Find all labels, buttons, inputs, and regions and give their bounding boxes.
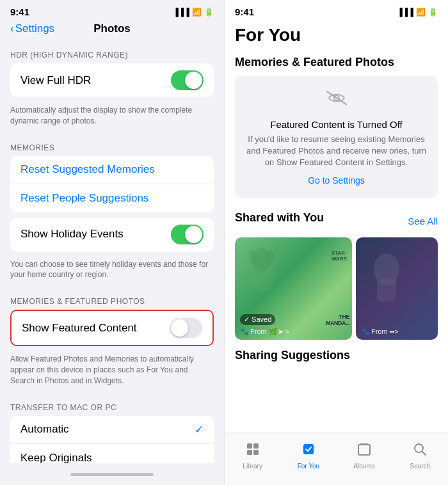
- battery-icon: 🔋: [204, 8, 214, 17]
- featured-off-title: Featured Content is Turned Off: [245, 119, 428, 130]
- featured-off-desc: If you'd like to resume seeing existing …: [245, 134, 428, 169]
- keep-originals-label: Keep Originals: [20, 452, 92, 463]
- page-title: Photos: [93, 22, 131, 35]
- reset-people-row[interactable]: Reset People Suggestions: [10, 184, 214, 212]
- left-status-bar: 9:41 ▐▐▐ 📶 🔋: [0, 0, 224, 20]
- tab-bar: Library For You Albums: [225, 433, 448, 485]
- hdr-group: View Full HDR: [10, 63, 214, 97]
- photo-thumb-dark[interactable]: 🐾 From ••>: [356, 237, 438, 340]
- right-main-content: For You Memories & Featured Photos Featu…: [225, 20, 448, 433]
- photo-thumb-green[interactable]: STARWARS THEMANDA... ✓ Saved 🐾 From 🌿➤ >: [235, 237, 352, 340]
- show-holiday-label: Show Holiday Events: [20, 228, 124, 241]
- albums-label: Albums: [353, 463, 374, 470]
- chevron-left-icon: ‹: [10, 22, 14, 35]
- svg-rect-7: [247, 443, 252, 449]
- photo-label-1: 🐾 From 🌿➤ >: [240, 328, 347, 336]
- memories-group: Reset Suggested Memories Reset People Su…: [10, 156, 214, 212]
- library-icon: [245, 441, 260, 461]
- svg-rect-9: [247, 450, 252, 455]
- automatic-row[interactable]: Automatic ✓: [10, 416, 214, 444]
- show-featured-label: Show Featured Content: [22, 322, 137, 335]
- location-icon: 🐾: [240, 328, 249, 336]
- left-panel: 9:41 ▐▐▐ 📶 🔋 ‹ Settings Photos HDR (HIGH…: [0, 0, 224, 485]
- go-to-settings-link[interactable]: Go to Settings: [245, 175, 428, 186]
- settings-content: HDR (HIGH DYNAMIC RANGE) View Full HDR A…: [0, 40, 224, 463]
- right-battery-icon: 🔋: [428, 8, 438, 17]
- svg-line-15: [422, 451, 426, 455]
- show-holiday-row[interactable]: Show Holiday Events: [10, 218, 214, 251]
- reset-people-label: Reset People Suggestions: [20, 192, 148, 205]
- view-full-hdr-label: View Full HDR: [20, 74, 91, 87]
- eye-slash-icon: [245, 88, 428, 113]
- shared-header: Shared with You See All: [235, 211, 438, 231]
- star-wars-text: STARWARS: [332, 250, 347, 262]
- svg-rect-8: [253, 443, 259, 449]
- hdr-description: Automatically adjust the display to show…: [0, 102, 224, 133]
- see-all-button[interactable]: See All: [408, 216, 438, 227]
- right-status-icons: ▐▐▐ 📶 🔋: [397, 8, 438, 17]
- back-button[interactable]: ‹ Settings: [10, 22, 54, 35]
- search-label: Search: [410, 463, 431, 470]
- right-wifi-icon: 📶: [416, 8, 426, 17]
- tab-library[interactable]: Library: [225, 433, 280, 472]
- featured-off-card: Featured Content is Turned Off If you'd …: [235, 76, 438, 198]
- albums-icon: [356, 441, 372, 461]
- photo-overlay: ✓ Saved 🐾 From 🌿➤ >: [240, 313, 347, 336]
- wifi-icon: 📶: [192, 8, 202, 17]
- tab-albums[interactable]: Albums: [337, 433, 392, 472]
- for-you-icon: [301, 441, 316, 461]
- right-status-bar: 9:41 ▐▐▐ 📶 🔋: [225, 0, 448, 20]
- transfer-group: Automatic ✓ Keep Originals: [10, 416, 214, 463]
- keep-originals-row[interactable]: Keep Originals: [10, 444, 214, 463]
- photos-row: STARWARS THEMANDA... ✓ Saved 🐾 From 🌿➤ >: [235, 237, 438, 340]
- svg-rect-6: [377, 279, 396, 301]
- show-holiday-toggle[interactable]: [171, 225, 204, 244]
- transfer-section-header: TRANSFER TO MAC OR PC: [0, 393, 224, 416]
- home-bar: [70, 473, 154, 476]
- left-time: 9:41: [10, 6, 29, 17]
- hdr-section-header: HDR (HIGH DYNAMIC RANGE): [0, 40, 224, 63]
- view-full-hdr-row[interactable]: View Full HDR: [10, 63, 214, 97]
- svg-rect-13: [360, 443, 368, 445]
- left-home-indicator: [0, 463, 224, 485]
- holiday-description: You can choose to see timely holiday eve…: [0, 257, 224, 287]
- shared-title: Shared with You: [235, 211, 324, 225]
- photo-label-2: 🐾 From ••>: [361, 328, 433, 336]
- memories-section-header: MEMORIES: [0, 133, 224, 156]
- sharing-suggestions-title: Sharing Suggestions: [235, 346, 438, 365]
- for-you-title: For You: [235, 25, 438, 45]
- show-featured-toggle[interactable]: [170, 318, 202, 338]
- tab-for-you[interactable]: For You: [280, 433, 336, 472]
- memories-featured-title: Memories & Featured Photos: [235, 56, 438, 69]
- photo-overlay-2: 🐾 From ••>: [361, 325, 433, 336]
- svg-rect-12: [358, 445, 370, 455]
- automatic-checkmark: ✓: [195, 423, 204, 436]
- search-icon: [412, 441, 428, 461]
- library-label: Library: [243, 463, 262, 470]
- photo-from-icon: 🐾: [361, 328, 370, 336]
- right-signal-icon: ▐▐▐: [397, 8, 413, 17]
- featured-description: Allow Featured Photos and Memories to au…: [0, 351, 224, 392]
- signal-icon: ▐▐▐: [173, 8, 189, 17]
- reset-suggested-row[interactable]: Reset Suggested Memories: [10, 156, 214, 184]
- svg-rect-11: [303, 444, 314, 454]
- back-label: Settings: [15, 22, 54, 35]
- nav-bar: ‹ Settings Photos: [0, 20, 224, 40]
- view-full-hdr-toggle[interactable]: [171, 70, 204, 90]
- featured-section-header: MEMORIES & FEATURED PHOTOS: [0, 287, 224, 310]
- saved-badge: ✓ Saved: [240, 314, 275, 325]
- reset-suggested-label: Reset Suggested Memories: [20, 163, 155, 176]
- right-panel: 9:41 ▐▐▐ 📶 🔋 For You Memories & Featured…: [224, 0, 448, 485]
- featured-content-group: Show Featured Content: [10, 310, 214, 346]
- tab-search[interactable]: Search: [392, 433, 448, 472]
- holiday-group: Show Holiday Events: [10, 218, 214, 251]
- for-you-label: For You: [298, 463, 319, 470]
- show-featured-row[interactable]: Show Featured Content: [12, 311, 212, 345]
- automatic-label: Automatic: [20, 423, 69, 436]
- svg-rect-10: [253, 450, 259, 455]
- left-status-icons: ▐▐▐ 📶 🔋: [173, 8, 214, 17]
- right-time: 9:41: [235, 6, 254, 17]
